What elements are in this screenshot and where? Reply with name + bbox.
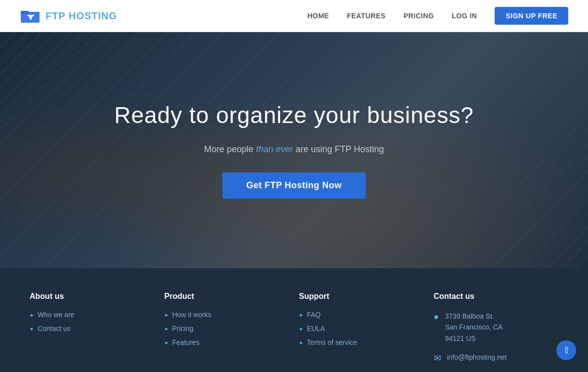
footer-contact: Contact us ● 3739 Balboa St.San Francisc… [434,292,559,372]
logo-text: FTP HOSTING [45,10,117,22]
list-item: ► Contact us [30,325,155,332]
contact-address-item: ● 3739 Balboa St.San Francisco, CA94121 … [434,311,559,344]
arrow-icon: ► [30,326,35,331]
logo[interactable]: FTP HOSTING [20,8,117,24]
scroll-to-top-button[interactable]: ⇧ [556,340,576,360]
contact-address: 3739 Balboa St.San Francisco, CA94121 US [445,311,503,344]
hero-section: Ready to organize your business? More pe… [0,32,588,268]
support-tos-link[interactable]: Terms of service [307,338,357,346]
hero-content: Ready to organize your business? More pe… [114,102,474,199]
list-item: ► EULA [299,325,424,332]
signup-button[interactable]: SIGN UP FREE [495,7,568,25]
footer-about: About us ► Who we are ► Contact us [30,292,155,372]
arrow-icon: ► [165,326,169,331]
main-nav: HOME FEATURES PRICING LOG IN SIGN UP FRE… [307,7,568,25]
logo-icon [20,8,42,24]
arrow-icon: ► [299,340,304,345]
support-faq-link[interactable]: FAQ [307,311,321,319]
hero-title: Ready to organize your business? [114,102,474,128]
hero-highlight: than ever [256,144,293,154]
location-icon: ● [434,312,439,322]
footer-support: Support ► FAQ ► EULA ► Terms of service [299,292,424,372]
footer-support-heading: Support [299,292,424,301]
email-icon: ✉ [434,353,441,364]
arrow-icon: ► [299,312,304,318]
svg-rect-1 [21,11,29,14]
list-item: ► Pricing [165,325,290,332]
svg-rect-3 [30,15,32,20]
contact-email-item: ✉ info@ftphosting.net [434,352,559,364]
footer-about-heading: About us [30,292,155,301]
nav-pricing[interactable]: PRICING [403,12,434,20]
list-item: ► Features [165,338,290,346]
nav-features[interactable]: FEATURES [347,12,385,20]
product-features-link[interactable]: Features [172,338,199,346]
product-pricing-link[interactable]: Pricing [172,325,193,332]
about-contact-us-link[interactable]: Contact us [38,325,71,332]
hero-subtitle: More people than ever are using FTP Host… [114,144,474,155]
product-how-it-works-link[interactable]: How it works [172,311,211,319]
footer-product: Product ► How it works ► Pricing ► Featu… [165,292,290,372]
arrow-icon: ► [30,312,35,318]
contact-email: info@ftphosting.net [447,352,507,363]
footer-product-heading: Product [165,292,290,301]
about-who-we-are-link[interactable]: Who we are [38,311,75,319]
support-eula-link[interactable]: EULA [307,325,325,332]
nav-home[interactable]: HOME [307,12,329,20]
list-item: ► FAQ [299,311,424,319]
footer-grid: About us ► Who we are ► Contact us Produ… [30,292,558,372]
hero-cta-button[interactable]: Get FTP Hosting Now [222,172,365,199]
footer-contact-heading: Contact us [434,292,559,301]
list-item: ► Terms of service [299,338,424,346]
arrow-icon: ► [299,326,304,331]
list-item: ► Who we are [30,311,155,319]
arrow-icon: ► [165,312,169,318]
nav-login[interactable]: LOG IN [452,12,477,20]
footer: About us ► Who we are ► Contact us Produ… [0,268,588,372]
list-item: ► How it works [165,311,290,319]
contact-email-link[interactable]: info@ftphosting.net [447,353,507,361]
header: FTP HOSTING HOME FEATURES PRICING LOG IN… [0,0,588,32]
arrow-icon: ► [165,340,169,345]
